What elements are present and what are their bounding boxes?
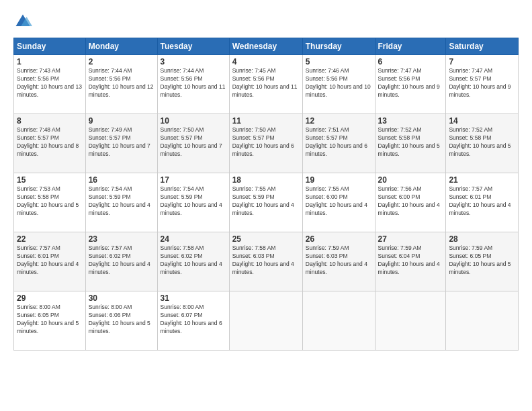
sunset-label: Sunset: 5:57 PM bbox=[161, 134, 203, 141]
daylight-label: Daylight: 10 hours and 4 minutes. bbox=[232, 261, 294, 275]
day-info: Sunrise: 7:44 AM Sunset: 5:56 PM Dayligh… bbox=[89, 67, 154, 99]
day-number: 4 bbox=[232, 57, 300, 66]
daylight-label: Daylight: 10 hours and 6 minutes. bbox=[161, 320, 222, 334]
sunset-label: Sunset: 6:07 PM bbox=[161, 312, 203, 318]
daylight-label: Daylight: 10 hours and 6 minutes. bbox=[306, 142, 367, 157]
daylight-label: Daylight: 10 hours and 11 minutes. bbox=[232, 83, 298, 98]
sunrise-label: Sunrise: 7:52 AM bbox=[449, 126, 492, 133]
sunrise-label: Sunrise: 7:53 AM bbox=[17, 185, 60, 192]
sunrise-label: Sunrise: 7:54 AM bbox=[89, 185, 132, 192]
week-row-3: 15 Sunrise: 7:53 AM Sunset: 5:58 PM Dayl… bbox=[14, 173, 519, 232]
day-cell: 4 Sunrise: 7:45 AM Sunset: 5:56 PM Dayli… bbox=[229, 55, 302, 114]
sunrise-label: Sunrise: 7:59 AM bbox=[449, 244, 492, 251]
day-info: Sunrise: 7:50 AM Sunset: 5:57 PM Dayligh… bbox=[232, 126, 300, 158]
day-cell: 5 Sunrise: 7:46 AM Sunset: 5:56 PM Dayli… bbox=[302, 55, 375, 114]
sunrise-label: Sunrise: 7:57 AM bbox=[17, 244, 60, 251]
sunrise-label: Sunrise: 7:50 AM bbox=[161, 126, 204, 133]
day-info: Sunrise: 7:58 AM Sunset: 6:02 PM Dayligh… bbox=[161, 244, 226, 277]
day-info: Sunrise: 7:55 AM Sunset: 6:00 PM Dayligh… bbox=[306, 185, 372, 218]
daylight-label: Daylight: 10 hours and 5 minutes. bbox=[378, 142, 440, 157]
sunrise-label: Sunrise: 7:47 AM bbox=[449, 67, 492, 74]
header-day-monday: Monday bbox=[85, 38, 157, 55]
day-cell: 10 Sunrise: 7:50 AM Sunset: 5:57 PM Dayl… bbox=[157, 114, 229, 173]
sunset-label: Sunset: 6:02 PM bbox=[161, 253, 203, 259]
logo bbox=[13, 12, 35, 31]
day-info: Sunrise: 7:51 AM Sunset: 5:57 PM Dayligh… bbox=[306, 126, 372, 158]
day-info: Sunrise: 7:47 AM Sunset: 5:56 PM Dayligh… bbox=[378, 67, 443, 99]
header bbox=[13, 12, 519, 31]
day-cell: 3 Sunrise: 7:44 AM Sunset: 5:56 PM Dayli… bbox=[157, 55, 229, 114]
week-row-5: 29 Sunrise: 8:00 AM Sunset: 6:05 PM Dayl… bbox=[14, 291, 519, 351]
day-cell: 12 Sunrise: 7:51 AM Sunset: 5:57 PM Dayl… bbox=[302, 114, 375, 173]
day-cell: 21 Sunrise: 7:57 AM Sunset: 6:01 PM Dayl… bbox=[446, 173, 519, 232]
sunset-label: Sunset: 5:59 PM bbox=[161, 193, 203, 200]
day-number: 24 bbox=[161, 234, 226, 244]
sunset-label: Sunset: 5:56 PM bbox=[161, 75, 203, 82]
daylight-label: Daylight: 10 hours and 9 minutes. bbox=[449, 83, 511, 98]
day-number: 22 bbox=[17, 234, 83, 244]
daylight-label: Daylight: 10 hours and 4 minutes. bbox=[89, 201, 150, 216]
day-info: Sunrise: 7:58 AM Sunset: 6:03 PM Dayligh… bbox=[232, 244, 300, 277]
day-cell: 28 Sunrise: 7:59 AM Sunset: 6:05 PM Dayl… bbox=[446, 232, 519, 291]
sunset-label: Sunset: 5:59 PM bbox=[232, 193, 275, 200]
sunset-label: Sunset: 5:56 PM bbox=[306, 75, 348, 82]
daylight-label: Daylight: 10 hours and 5 minutes. bbox=[449, 261, 511, 275]
day-cell: 31 Sunrise: 8:00 AM Sunset: 6:07 PM Dayl… bbox=[157, 291, 229, 351]
day-number: 12 bbox=[306, 116, 372, 126]
day-info: Sunrise: 7:59 AM Sunset: 6:05 PM Dayligh… bbox=[449, 244, 515, 277]
day-cell: 29 Sunrise: 8:00 AM Sunset: 6:05 PM Dayl… bbox=[14, 291, 86, 351]
daylight-label: Daylight: 10 hours and 4 minutes. bbox=[17, 261, 79, 275]
sunset-label: Sunset: 6:01 PM bbox=[449, 193, 491, 200]
sunrise-label: Sunrise: 7:49 AM bbox=[89, 126, 132, 133]
day-cell: 27 Sunrise: 7:59 AM Sunset: 6:04 PM Dayl… bbox=[375, 232, 446, 291]
sunset-label: Sunset: 5:57 PM bbox=[17, 134, 59, 141]
day-number: 15 bbox=[17, 175, 83, 185]
sunset-label: Sunset: 5:57 PM bbox=[449, 75, 491, 82]
week-row-4: 22 Sunrise: 7:57 AM Sunset: 6:01 PM Dayl… bbox=[14, 232, 519, 291]
daylight-label: Daylight: 10 hours and 4 minutes. bbox=[378, 261, 440, 275]
daylight-label: Daylight: 10 hours and 4 minutes. bbox=[378, 201, 440, 216]
calendar: SundayMondayTuesdayWednesdayThursdayFrid… bbox=[13, 38, 519, 351]
day-number: 10 bbox=[161, 116, 226, 126]
daylight-label: Daylight: 10 hours and 5 minutes. bbox=[449, 142, 511, 157]
day-info: Sunrise: 7:54 AM Sunset: 5:59 PM Dayligh… bbox=[89, 185, 154, 218]
sunrise-label: Sunrise: 7:45 AM bbox=[232, 67, 276, 74]
day-info: Sunrise: 7:44 AM Sunset: 5:56 PM Dayligh… bbox=[161, 67, 226, 99]
calendar-body: 1 Sunrise: 7:43 AM Sunset: 5:56 PM Dayli… bbox=[14, 55, 519, 351]
calendar-header: SundayMondayTuesdayWednesdayThursdayFrid… bbox=[14, 38, 519, 55]
daylight-label: Daylight: 10 hours and 4 minutes. bbox=[89, 261, 150, 275]
day-cell: 6 Sunrise: 7:47 AM Sunset: 5:56 PM Dayli… bbox=[375, 55, 446, 114]
day-info: Sunrise: 7:43 AM Sunset: 5:56 PM Dayligh… bbox=[17, 67, 83, 99]
sunrise-label: Sunrise: 7:58 AM bbox=[232, 244, 276, 251]
day-cell: 20 Sunrise: 7:56 AM Sunset: 6:00 PM Dayl… bbox=[375, 173, 446, 232]
sunrise-label: Sunrise: 7:47 AM bbox=[378, 67, 422, 74]
sunrise-label: Sunrise: 7:44 AM bbox=[89, 67, 132, 74]
day-cell: 7 Sunrise: 7:47 AM Sunset: 5:57 PM Dayli… bbox=[446, 55, 519, 114]
sunset-label: Sunset: 6:06 PM bbox=[89, 312, 131, 318]
day-cell: 17 Sunrise: 7:54 AM Sunset: 5:59 PM Dayl… bbox=[157, 173, 229, 232]
sunset-label: Sunset: 6:04 PM bbox=[378, 253, 420, 259]
day-cell: 11 Sunrise: 7:50 AM Sunset: 5:57 PM Dayl… bbox=[229, 114, 302, 173]
day-number: 20 bbox=[378, 175, 443, 185]
day-info: Sunrise: 8:00 AM Sunset: 6:05 PM Dayligh… bbox=[17, 304, 83, 336]
sunrise-label: Sunrise: 7:57 AM bbox=[89, 244, 132, 251]
day-cell bbox=[375, 291, 446, 351]
day-number: 27 bbox=[378, 234, 443, 244]
sunrise-label: Sunrise: 7:56 AM bbox=[378, 185, 422, 192]
day-info: Sunrise: 7:48 AM Sunset: 5:57 PM Dayligh… bbox=[17, 126, 83, 158]
day-number: 6 bbox=[378, 57, 443, 66]
daylight-label: Daylight: 10 hours and 4 minutes. bbox=[306, 261, 367, 275]
daylight-label: Daylight: 10 hours and 12 minutes. bbox=[89, 83, 154, 98]
daylight-label: Daylight: 10 hours and 10 minutes. bbox=[306, 83, 371, 98]
daylight-label: Daylight: 10 hours and 4 minutes. bbox=[232, 201, 294, 216]
sunset-label: Sunset: 5:58 PM bbox=[449, 134, 491, 141]
daylight-label: Daylight: 10 hours and 4 minutes. bbox=[161, 201, 222, 216]
header-day-thursday: Thursday bbox=[302, 38, 375, 55]
daylight-label: Daylight: 10 hours and 5 minutes. bbox=[17, 201, 79, 216]
sunset-label: Sunset: 5:57 PM bbox=[89, 134, 131, 141]
day-number: 23 bbox=[89, 234, 154, 244]
day-info: Sunrise: 7:52 AM Sunset: 5:58 PM Dayligh… bbox=[449, 126, 515, 158]
sunset-label: Sunset: 5:56 PM bbox=[89, 75, 131, 82]
daylight-label: Daylight: 10 hours and 4 minutes. bbox=[161, 261, 222, 275]
sunrise-label: Sunrise: 7:55 AM bbox=[306, 185, 349, 192]
